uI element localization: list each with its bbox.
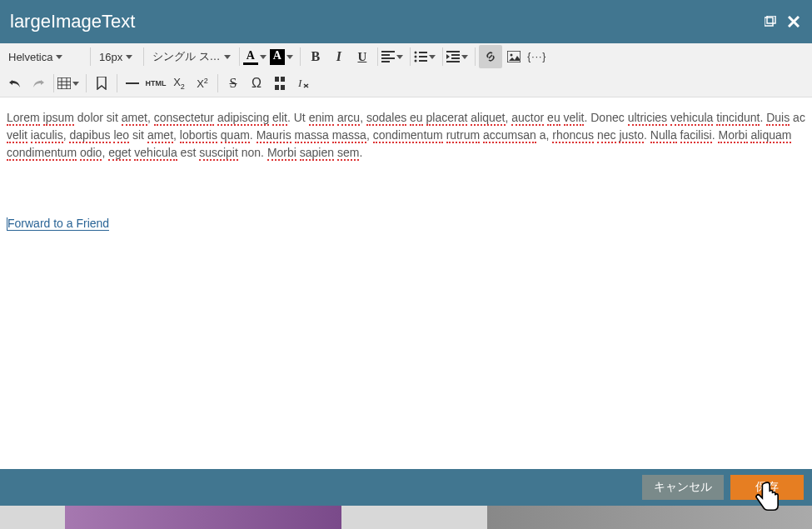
svg-point-2	[414, 52, 416, 54]
indent-button[interactable]	[446, 51, 471, 62]
svg-rect-11	[273, 82, 286, 85]
redo-icon	[32, 77, 45, 89]
chevron-down-icon	[56, 55, 62, 59]
background-strip	[0, 506, 812, 529]
image-icon	[507, 51, 521, 62]
dialog-footer: キャンセル 保存	[0, 469, 812, 506]
strikethrough-button[interactable]: S	[222, 72, 245, 95]
more-button[interactable]: {···}	[526, 45, 549, 68]
svg-point-6	[510, 54, 512, 57]
chevron-down-icon	[72, 82, 79, 86]
undo-button[interactable]	[3, 72, 27, 95]
svg-rect-0	[765, 17, 773, 26]
underline-button[interactable]: U	[351, 45, 374, 68]
bg-color-button[interactable]: A	[270, 49, 296, 65]
link-button[interactable]	[479, 45, 502, 68]
chevron-down-icon	[126, 55, 132, 59]
page-break-button[interactable]	[268, 72, 291, 95]
text-color-button[interactable]: A	[243, 49, 270, 65]
chevron-down-icon	[396, 55, 403, 59]
link-icon	[484, 50, 497, 63]
line-height-select[interactable]: シングル ス…	[147, 45, 236, 68]
bold-button[interactable]: B	[304, 45, 327, 68]
image-button[interactable]	[502, 45, 526, 68]
html-button[interactable]: HTML	[144, 72, 167, 95]
hr-button[interactable]	[121, 72, 144, 95]
save-button[interactable]: 保存	[730, 475, 804, 500]
align-button[interactable]	[381, 51, 406, 62]
align-left-icon	[381, 51, 395, 62]
undo-icon	[8, 77, 22, 89]
clear-format-button[interactable]: I	[291, 72, 315, 95]
maximize-icon[interactable]	[762, 13, 779, 30]
indent-icon	[446, 51, 460, 62]
editor-content[interactable]: Lorem ipsum dolor sit amet, consectetur …	[0, 97, 812, 464]
list-button[interactable]	[414, 51, 439, 62]
chevron-down-icon	[429, 55, 436, 59]
editor-paragraph[interactable]: Forward to a Friend	[7, 215, 805, 232]
close-icon[interactable]	[785, 13, 802, 30]
cancel-button[interactable]: キャンセル	[642, 475, 724, 500]
chevron-down-icon	[224, 55, 231, 59]
italic-button[interactable]: I	[327, 45, 351, 68]
superscript-button[interactable]: X2	[191, 72, 214, 95]
svg-rect-8	[126, 82, 139, 84]
redo-button[interactable]	[27, 72, 50, 95]
chevron-down-icon	[461, 55, 468, 59]
dialog-title: largeImageText	[10, 11, 755, 32]
svg-rect-7	[57, 77, 71, 89]
svg-point-3	[414, 56, 416, 58]
forward-link[interactable]: Forward to a Friend	[7, 217, 109, 231]
table-icon	[57, 77, 71, 89]
bookmark-button[interactable]	[90, 72, 113, 95]
svg-point-4	[414, 60, 416, 62]
chevron-down-icon	[260, 55, 267, 59]
clear-format-icon: I	[296, 77, 310, 90]
editor-toolbar: Helvetica 16px シングル ス… A A B I U	[0, 43, 812, 97]
list-icon	[414, 51, 427, 62]
chevron-down-icon	[286, 55, 293, 59]
bookmark-icon	[97, 77, 107, 90]
svg-text:I: I	[297, 77, 302, 89]
special-char-button[interactable]: Ω	[245, 72, 268, 95]
page-break-icon	[273, 77, 286, 90]
subscript-button[interactable]: X2	[167, 72, 191, 95]
table-button[interactable]	[57, 77, 82, 89]
font-family-select[interactable]: Helvetica	[3, 45, 87, 68]
hr-icon	[126, 82, 139, 85]
font-size-select[interactable]: 16px	[94, 45, 140, 68]
dialog-header: largeImageText	[0, 0, 812, 43]
editor-paragraph[interactable]: Lorem ipsum dolor sit amet, consectetur …	[7, 109, 805, 162]
